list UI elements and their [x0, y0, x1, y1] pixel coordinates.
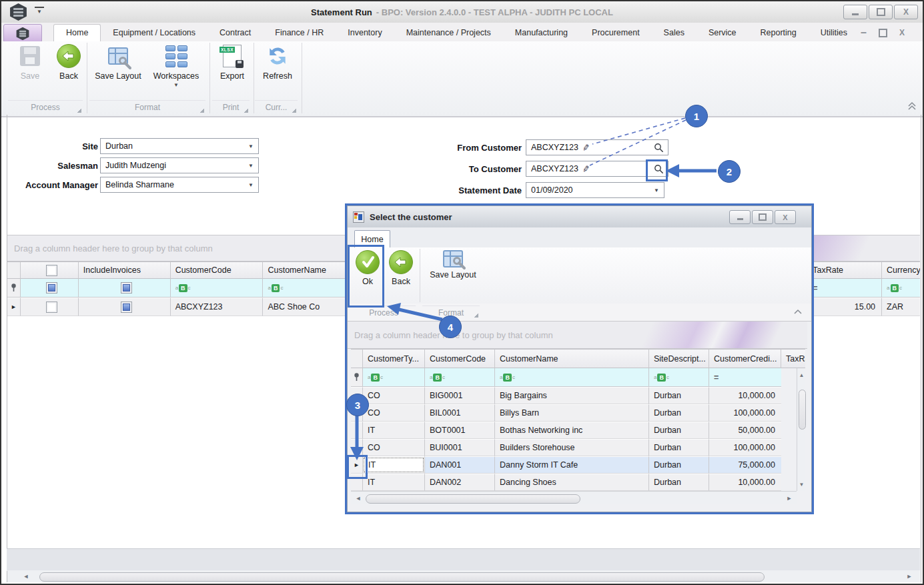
- customer-code-cell[interactable]: DAN001: [425, 456, 495, 474]
- workspaces-button[interactable]: Workspaces ▼: [149, 44, 203, 93]
- column-header-include-invoices[interactable]: IncludeInvoices: [79, 261, 171, 279]
- customer-row[interactable]: CO BIG0001 Big Bargains Durban 10,000.00: [351, 387, 797, 404]
- filter-checkbox[interactable]: [46, 282, 57, 294]
- customer-code-cell[interactable]: BIG0001: [425, 387, 495, 404]
- row-currency-cell[interactable]: ZAR: [882, 298, 920, 316]
- column-header-customer-name[interactable]: CustomerName: [495, 349, 649, 368]
- include-invoices-checkbox[interactable]: [121, 302, 132, 313]
- account-manager-select[interactable]: Belinda Sharmane ▼: [100, 177, 259, 193]
- filter-include-invoices-cell[interactable]: [79, 279, 171, 298]
- mdi-minimize-icon[interactable]: –: [861, 27, 867, 39]
- filter-customer-code-cell[interactable]: aBc: [425, 368, 495, 387]
- filter-customer-credit-cell[interactable]: =: [709, 368, 781, 387]
- dialog-close-button[interactable]: X: [775, 210, 796, 224]
- row-customer-code-cell[interactable]: ABCXYZ123: [171, 298, 264, 316]
- tab-manufacturing[interactable]: Manufacturing: [503, 25, 580, 41]
- mdi-restore-icon[interactable]: [879, 29, 887, 37]
- refresh-button[interactable]: Refresh: [258, 44, 298, 93]
- scroll-right-icon[interactable]: ►: [785, 492, 794, 505]
- customer-name-cell[interactable]: Danny Storm IT Cafe: [495, 456, 649, 474]
- scrollbar-thumb[interactable]: [799, 390, 806, 430]
- customer-code-cell[interactable]: BUI0001: [425, 439, 495, 456]
- tab-sales[interactable]: Sales: [652, 25, 697, 41]
- maximize-button[interactable]: [869, 5, 893, 19]
- quick-access-dropdown-icon[interactable]: ▼: [35, 7, 44, 17]
- column-header-site-description[interactable]: SiteDescript...: [649, 349, 709, 368]
- dialog-minimize-button[interactable]: [729, 210, 751, 224]
- column-header-tax-rate[interactable]: TaxRate: [808, 261, 882, 279]
- column-header-customer-code[interactable]: CustomerCode: [425, 349, 495, 368]
- minimize-button[interactable]: [843, 5, 867, 19]
- scroll-down-icon[interactable]: ▼: [797, 480, 806, 488]
- credit-cell[interactable]: 10,000.00: [709, 474, 781, 491]
- tab-finance-hr[interactable]: Finance / HR: [263, 25, 336, 41]
- statement-date-select[interactable]: 01/09/2020 ▼: [526, 182, 664, 198]
- mdi-close-icon[interactable]: X: [899, 28, 905, 37]
- column-header-customer-code[interactable]: CustomerCode: [171, 261, 264, 279]
- dialog-maximize-button[interactable]: [752, 210, 773, 224]
- customer-code-cell[interactable]: BIL0001: [425, 404, 495, 422]
- filter-customer-type-cell[interactable]: aBc: [363, 368, 425, 387]
- credit-cell[interactable]: 50,000.00: [709, 422, 781, 439]
- customer-type-cell[interactable]: CO: [363, 387, 425, 404]
- filter-checkbox[interactable]: [121, 282, 132, 294]
- scroll-up-icon[interactable]: ▲: [797, 371, 806, 379]
- tab-contract[interactable]: Contract: [207, 25, 263, 41]
- tab-equipment-locations[interactable]: Equipment / Locations: [101, 25, 207, 41]
- customer-name-cell[interactable]: Billys Barn: [495, 404, 649, 422]
- main-horizontal-scrollbar[interactable]: ◄ ►: [7, 570, 920, 582]
- filter-customer-name-cell[interactable]: aBc: [495, 368, 649, 387]
- save-layout-button[interactable]: Save Layout: [93, 44, 143, 93]
- tab-reporting[interactable]: Reporting: [749, 25, 809, 41]
- filter-customer-code-cell[interactable]: aBc: [171, 279, 264, 298]
- customer-type-cell[interactable]: CO: [363, 439, 425, 456]
- row-tax-rate-cell[interactable]: 15.00: [808, 298, 882, 316]
- select-all-column-header[interactable]: [21, 261, 79, 279]
- site-cell[interactable]: Durban: [649, 456, 709, 474]
- customer-type-cell[interactable]: IT: [363, 456, 425, 474]
- dialog-back-button[interactable]: Back: [386, 250, 416, 286]
- customer-type-cell[interactable]: IT: [363, 422, 425, 439]
- application-menu-button[interactable]: [3, 24, 42, 43]
- group-launcher-icon[interactable]: [77, 108, 81, 113]
- site-cell[interactable]: Durban: [649, 474, 709, 491]
- customer-name-cell[interactable]: Builders Storehouse: [495, 439, 649, 456]
- tab-inventory[interactable]: Inventory: [336, 25, 394, 41]
- back-button[interactable]: Back: [45, 44, 92, 93]
- dialog-horizontal-scrollbar[interactable]: ◄ ►: [351, 491, 797, 504]
- column-header-customer-type[interactable]: CustomerTy...: [363, 349, 425, 368]
- scrollbar-thumb[interactable]: [39, 572, 765, 582]
- scroll-right-icon[interactable]: ►: [904, 570, 915, 582]
- tab-service[interactable]: Service: [697, 25, 749, 41]
- scroll-left-icon[interactable]: ◄: [354, 492, 363, 505]
- tab-home[interactable]: Home: [53, 24, 101, 41]
- customer-row-selected[interactable]: ► IT DAN001 Danny Storm IT Cafe Durban 7…: [351, 456, 797, 474]
- customer-row[interactable]: IT DAN002 Dancing Shoes Durban 10,000.00: [351, 474, 797, 491]
- filter-select-cell[interactable]: [21, 279, 79, 298]
- row-select-cell[interactable]: [21, 298, 79, 316]
- scrollbar-thumb[interactable]: [366, 494, 580, 504]
- tab-procurement[interactable]: Procurement: [580, 25, 652, 41]
- group-launcher-icon[interactable]: [292, 108, 296, 113]
- column-header-currency[interactable]: Currency: [882, 261, 920, 279]
- close-button[interactable]: X: [894, 5, 918, 19]
- filter-tax-rate-cell[interactable]: =: [808, 279, 882, 298]
- site-cell[interactable]: Durban: [649, 422, 709, 439]
- filter-currency-cell[interactable]: aBc: [882, 279, 920, 298]
- customer-row[interactable]: IT BOT0001 Bothas Networking inc Durban …: [351, 422, 797, 439]
- from-customer-field[interactable]: ABCXYZ123 ✎: [526, 139, 668, 155]
- export-button[interactable]: XLSX Export: [215, 44, 250, 93]
- credit-cell[interactable]: 100,000.00: [709, 439, 781, 456]
- site-cell[interactable]: Durban: [649, 439, 709, 456]
- group-launcher-icon[interactable]: [199, 108, 204, 113]
- group-launcher-icon[interactable]: [474, 313, 478, 318]
- dialog-vertical-scrollbar[interactable]: ▲ ▼: [797, 368, 805, 491]
- site-select[interactable]: Durban ▼: [100, 138, 259, 154]
- salesman-select[interactable]: Judith Mudzengi ▼: [100, 157, 259, 173]
- credit-cell[interactable]: 75,000.00: [709, 456, 781, 474]
- tab-maintenance-projects[interactable]: Maintenance / Projects: [394, 25, 503, 41]
- site-cell[interactable]: Durban: [649, 404, 709, 422]
- row-include-invoices-cell[interactable]: [79, 298, 171, 316]
- customer-name-cell[interactable]: Big Bargains: [495, 387, 649, 404]
- collapse-toolbar-icon[interactable]: [793, 308, 803, 316]
